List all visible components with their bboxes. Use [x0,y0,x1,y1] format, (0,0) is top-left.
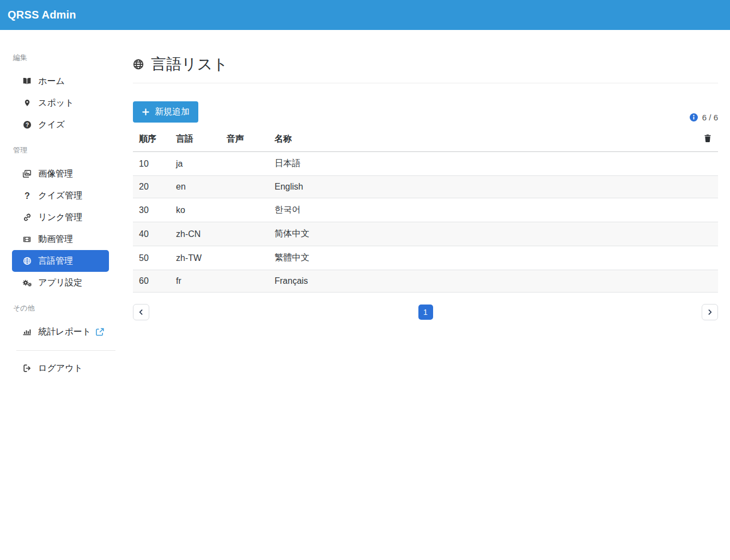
cell-delete [692,222,718,246]
sidebar-item-label: 動画管理 [38,234,73,245]
cell-voice [221,176,269,198]
main-content: 言語リスト 新規追加 6 / 6 順序 言語 音声 名称 [133,30,730,560]
sidebar-item-label: クイズ [38,119,65,131]
page-title-text: 言語リスト [151,54,228,75]
chevron-left-icon [137,308,145,316]
cell-name: 简体中文 [269,222,692,246]
cell-voice [221,246,269,270]
sidebar-item-label: スポット [38,98,74,109]
sidebar-section-manage: 管理 [13,145,121,155]
book-icon [22,77,32,86]
cell-delete [692,198,718,222]
globe-icon [133,59,144,70]
sidebar-item-label: クイズ管理 [38,190,82,202]
cell-order: 20 [133,176,170,198]
cell-delete [692,246,718,270]
add-new-button[interactable]: 新規追加 [133,101,198,123]
table-row[interactable]: 10 ja 日本語 [133,152,718,176]
next-page-button[interactable] [702,304,718,320]
cell-order: 40 [133,222,170,246]
sidebar-item-stats-report[interactable]: 統計レポート [12,321,109,343]
cell-name: 繁體中文 [269,246,692,270]
cell-code: fr [170,270,221,293]
cell-voice [221,198,269,222]
title-divider [133,83,718,83]
table-row[interactable]: 40 zh-CN 简体中文 [133,222,718,246]
sidebar-section-other: その他 [13,303,121,313]
sidebar-item-label: 統計レポート [38,326,91,338]
page-1-button[interactable]: 1 [418,305,433,320]
link-icon [22,213,32,222]
chart-bar-icon [22,327,32,337]
question-circle-icon: ? [22,120,32,130]
external-link-icon [96,328,104,336]
cell-name: 日本語 [269,152,692,176]
cell-voice [221,222,269,246]
sidebar-item-spot[interactable]: スポット [12,92,109,114]
map-marker-icon [22,99,32,108]
sidebar-section-edit: 編集 [13,53,121,63]
table-row[interactable]: 20 en English [133,176,718,198]
sidebar: 編集 ホーム スポット ? クイズ 管理 画像管理 ? クイズ管理 [0,30,133,560]
info-circle-icon [689,113,698,122]
cell-voice [221,152,269,176]
svg-text:?: ? [25,122,28,128]
cell-delete [692,152,718,176]
sidebar-divider [16,350,115,351]
sidebar-item-video-manage[interactable]: 動画管理 [12,228,109,250]
record-count-wrap: 6 / 6 [689,113,718,123]
cell-order: 60 [133,270,170,293]
app-title[interactable]: QRSS Admin [8,9,76,21]
trash-icon[interactable] [703,133,712,143]
sidebar-item-quiz-manage[interactable]: ? クイズ管理 [12,185,109,206]
cell-order: 50 [133,246,170,270]
cell-name: 한국어 [269,198,692,222]
add-new-button-label: 新規追加 [155,106,190,118]
cell-code: ko [170,198,221,222]
column-header-voice: 音声 [221,129,269,152]
sidebar-item-app-settings[interactable]: アプリ設定 [12,272,109,294]
table-row[interactable]: 30 ko 한국어 [133,198,718,222]
cell-order: 30 [133,198,170,222]
table-row[interactable]: 60 fr Français [133,270,718,293]
sidebar-item-label: ホーム [38,76,65,87]
cell-code: zh-CN [170,222,221,246]
prev-page-button[interactable] [133,304,149,320]
sidebar-item-quiz[interactable]: ? クイズ [12,114,109,136]
language-table: 順序 言語 音声 名称 10 ja 日本語 20 en [133,129,718,293]
sign-out-icon [22,364,32,373]
sidebar-item-image-manage[interactable]: 画像管理 [12,163,109,185]
cell-voice [221,270,269,293]
cell-delete [692,270,718,293]
pagination: 1 [133,304,718,320]
column-header-language: 言語 [170,129,221,152]
table-row[interactable]: 50 zh-TW 繁體中文 [133,246,718,270]
cogs-icon [22,278,32,288]
sidebar-item-label: リンク管理 [38,212,82,223]
question-icon: ? [22,191,32,200]
cell-code: en [170,176,221,198]
cell-name: Français [269,270,692,293]
cell-name: English [269,176,692,198]
column-header-delete [692,129,718,152]
column-header-order: 順序 [133,129,170,152]
cell-code: zh-TW [170,246,221,270]
column-header-name: 名称 [269,129,692,152]
sidebar-item-home[interactable]: ホーム [12,70,109,92]
plus-icon [142,108,150,116]
globe-icon [22,257,32,266]
table-header-row: 順序 言語 音声 名称 [133,129,718,152]
page-title: 言語リスト [133,54,718,75]
sidebar-item-label: ログアウト [38,363,83,374]
sidebar-item-language-manage[interactable]: 言語管理 [12,250,109,272]
svg-text:?: ? [25,191,30,200]
sidebar-item-logout[interactable]: ログアウト [12,357,109,379]
cell-delete [692,176,718,198]
film-icon [22,235,32,244]
toolbar: 新規追加 6 / 6 [133,101,718,123]
record-count: 6 / 6 [702,113,718,122]
sidebar-item-label: 画像管理 [38,168,73,180]
cell-order: 10 [133,152,170,176]
sidebar-item-label: アプリ設定 [38,277,82,289]
sidebar-item-link-manage[interactable]: リンク管理 [12,206,109,228]
